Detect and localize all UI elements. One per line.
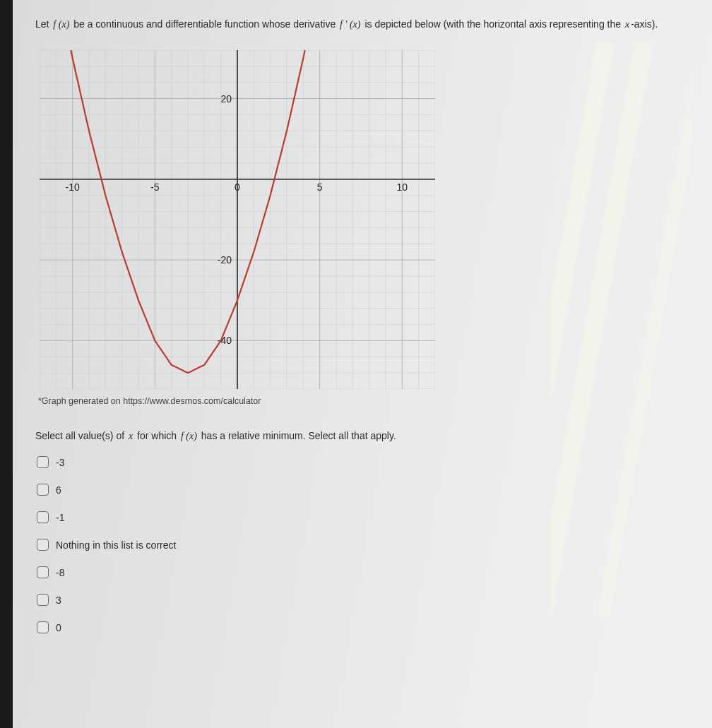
- svg-text:10: 10: [397, 181, 408, 193]
- q-math-fx: f (x): [52, 19, 71, 30]
- svg-text:-10: -10: [66, 181, 80, 193]
- option-row[interactable]: 6: [37, 484, 684, 496]
- q-math-fpx: f ' (x): [338, 19, 362, 30]
- instr-math-x: x: [127, 431, 134, 441]
- q-text-1: Let: [35, 18, 52, 30]
- instr-text-3: has a relative minimum. Select all that …: [198, 430, 396, 441]
- option-row[interactable]: Nothing in this list is correct: [37, 539, 684, 551]
- svg-text:-20: -20: [218, 254, 232, 265]
- option-label[interactable]: Nothing in this list is correct: [56, 539, 176, 551]
- option-checkbox[interactable]: [37, 539, 49, 551]
- q-text-3: is depicted below (with the horizontal a…: [362, 18, 624, 30]
- option-label[interactable]: -8: [56, 567, 64, 578]
- instr-text-2: for which: [134, 430, 179, 441]
- svg-text:-40: -40: [218, 335, 232, 346]
- option-label[interactable]: 0: [56, 622, 61, 633]
- svg-text:-5: -5: [150, 181, 160, 193]
- option-row[interactable]: 0: [37, 621, 684, 633]
- chart-svg: -10-50510-40-2020: [40, 50, 435, 389]
- option-checkbox[interactable]: [37, 456, 49, 468]
- derivative-graph: -10-50510-40-2020: [40, 50, 684, 389]
- option-checkbox[interactable]: [37, 484, 49, 496]
- option-row[interactable]: -1: [37, 511, 684, 523]
- option-label[interactable]: 6: [56, 484, 61, 496]
- svg-text:20: 20: [220, 93, 232, 105]
- option-checkbox[interactable]: [37, 594, 49, 606]
- svg-text:0: 0: [235, 181, 240, 193]
- q-text-4: -axis).: [631, 18, 658, 30]
- instr-text-1: Select all value(s) of: [35, 430, 127, 441]
- instr-math-fx: f (x): [179, 431, 198, 441]
- option-row[interactable]: -8: [37, 566, 684, 578]
- screen-left-bezel: [0, 0, 13, 728]
- answer-instruction: Select all value(s) of x for which f (x)…: [35, 430, 684, 442]
- svg-text:5: 5: [317, 181, 323, 193]
- option-label[interactable]: 3: [56, 595, 61, 606]
- q-text-2: be a continuous and differentiable funct…: [71, 18, 338, 30]
- q-math-x: x: [624, 19, 631, 30]
- option-checkbox[interactable]: [37, 511, 49, 523]
- option-checkbox[interactable]: [37, 566, 49, 578]
- option-row[interactable]: 3: [37, 594, 684, 606]
- option-row[interactable]: -3: [37, 456, 684, 468]
- option-label[interactable]: -3: [56, 457, 64, 468]
- graph-caption: *Graph generated on https://www.desmos.c…: [38, 396, 684, 406]
- option-label[interactable]: -1: [56, 512, 64, 523]
- answer-options: -36-1Nothing in this list is correct-830: [37, 456, 684, 633]
- question-prompt: Let f (x) be a continuous and differenti…: [35, 17, 684, 32]
- option-checkbox[interactable]: [37, 621, 49, 633]
